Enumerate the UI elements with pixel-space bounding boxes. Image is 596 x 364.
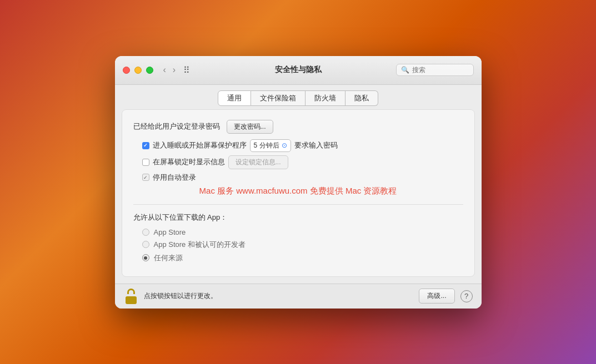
tab-privacy[interactable]: 隐私 — [345, 90, 378, 106]
help-button[interactable]: ? — [460, 290, 473, 302]
divider — [133, 204, 463, 205]
change-password-button[interactable]: 更改密码... — [227, 120, 273, 134]
back-button[interactable]: ‹ — [161, 64, 168, 76]
main-window: ‹ › ⠿ 安全性与隐私 🔍 通用 文件保险箱 防火墙 隐私 已经给此用户设定登… — [115, 56, 482, 309]
tab-firewall[interactable]: 防火墙 — [305, 90, 345, 106]
title-bar: ‹ › ⠿ 安全性与隐私 🔍 — [115, 56, 482, 85]
dropdown-arrow-icon: ⊙ — [282, 141, 287, 149]
password-section: 已经给此用户设定登录密码 更改密码... — [133, 120, 463, 134]
traffic-lights — [123, 67, 153, 74]
lock-shackle — [127, 289, 135, 294]
tab-filevault[interactable]: 文件保险箱 — [251, 90, 305, 106]
window-title: 安全性与隐私 — [275, 65, 322, 75]
advanced-button[interactable]: 高级... — [419, 289, 454, 304]
lock-label: 点按锁按钮以进行更改。 — [144, 291, 414, 301]
content-area: 已经给此用户设定登录密码 更改密码... 进入睡眠或开始屏幕保护程序 5 分钟后… — [122, 109, 475, 277]
auto-login-row: 停用自动登录 — [142, 173, 463, 183]
close-button[interactable] — [123, 67, 130, 74]
nav-buttons: ‹ › — [161, 64, 178, 76]
radio-app-store: App Store — [142, 228, 463, 236]
auto-login-label: 停用自动登录 — [153, 173, 196, 183]
auto-login-checkbox[interactable] — [142, 174, 149, 181]
radio-app-store-btn[interactable] — [142, 229, 149, 236]
bottom-bar: 点按锁按钮以进行更改。 高级... ? — [115, 284, 482, 309]
radio-app-store-label: App Store — [154, 228, 186, 236]
require-password-label: 要求输入密码 — [294, 140, 338, 150]
sleep-checkbox-row: 进入睡眠或开始屏幕保护程序 5 分钟后 ⊙ 要求输入密码 — [142, 139, 463, 152]
radio-app-store-developers-label: App Store 和被认可的开发者 — [154, 240, 246, 250]
lock-body — [126, 296, 137, 304]
lock-icon[interactable] — [124, 289, 138, 304]
minimize-button[interactable] — [134, 67, 142, 74]
search-icon: 🔍 — [401, 66, 409, 74]
sleep-label: 进入睡眠或开始屏幕保护程序 — [153, 140, 247, 150]
radio-anywhere-btn[interactable] — [142, 254, 149, 261]
lock-message-button: 设定锁定信息... — [228, 155, 288, 169]
sleep-delay-value: 5 分钟后 — [254, 141, 279, 150]
password-label: 已经给此用户设定登录密码 — [133, 122, 220, 132]
tab-general[interactable]: 通用 — [218, 90, 251, 106]
radio-anywhere: 任何来源 — [142, 253, 463, 263]
allow-section-label: 允许从以下位置下载的 App： — [133, 213, 463, 223]
grid-button[interactable]: ⠿ — [181, 64, 192, 77]
sleep-checkbox[interactable] — [142, 142, 149, 149]
radio-anywhere-label: 任何来源 — [154, 253, 183, 263]
tabs-row: 通用 文件保险箱 防火墙 隐私 — [115, 85, 482, 109]
maximize-button[interactable] — [146, 67, 153, 74]
forward-button[interactable]: › — [171, 64, 178, 76]
screen-lock-label: 在屏幕锁定时显示信息 — [153, 157, 225, 167]
sleep-delay-dropdown[interactable]: 5 分钟后 ⊙ — [250, 139, 291, 152]
screen-lock-checkbox[interactable] — [142, 159, 149, 166]
radio-app-store-developers: App Store 和被认可的开发者 — [142, 240, 463, 250]
promo-text: Mac 服务 www.macfuwu.com 免费提供 Mac 资源教程 — [133, 186, 463, 196]
radio-app-store-developers-btn[interactable] — [142, 241, 149, 248]
screen-lock-row: 在屏幕锁定时显示信息 设定锁定信息... — [142, 155, 463, 169]
search-box[interactable]: 🔍 — [396, 64, 474, 76]
search-input[interactable] — [412, 66, 469, 74]
